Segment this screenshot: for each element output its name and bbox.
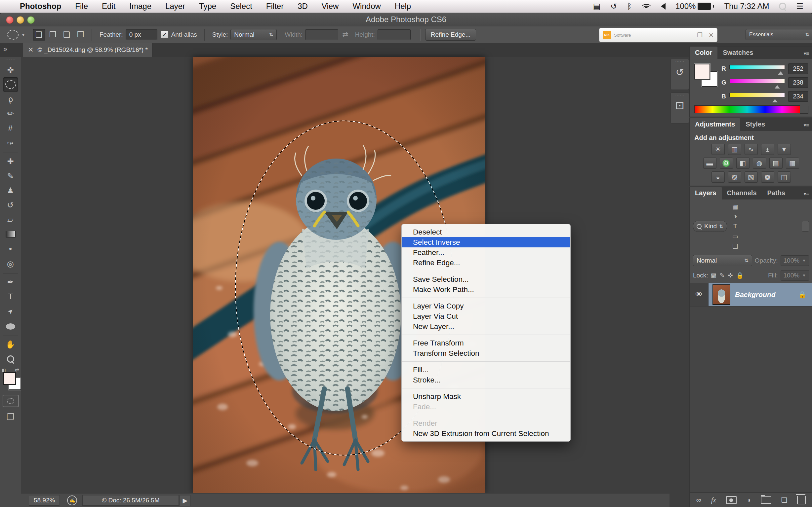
menu-file[interactable]: File (75, 2, 88, 11)
menu-item-save-selection[interactable]: Save Selection... (402, 274, 570, 284)
menu-item-new-3d-extrusion[interactable]: New 3D Extrusion from Current Selection (402, 429, 570, 439)
filter-type-layers-icon[interactable]: T (730, 221, 741, 231)
adj-color-balance-icon[interactable]: ♎ (720, 158, 733, 169)
new-selection-button[interactable]: ❏ (33, 29, 45, 41)
window-minimize-button[interactable] (16, 16, 24, 24)
adj-hue-saturation-icon[interactable]: ▬ (703, 158, 716, 169)
tab-paths[interactable]: Paths (762, 187, 791, 200)
panel-grip[interactable]: ⋯⋯ (5, 57, 16, 61)
adj-threshold-icon[interactable]: ▧ (745, 171, 758, 183)
menu-photoshop[interactable]: Photoshop (20, 2, 61, 11)
adj-selective-color-icon[interactable]: ◫ (778, 171, 791, 183)
add-to-selection-button[interactable]: ❐ (47, 29, 59, 41)
layer-filter-kind-dropdown[interactable]: Kind ⇅ (693, 221, 727, 232)
blur-tool[interactable]: ● (3, 241, 18, 256)
menu-item-render[interactable]: Render (402, 418, 570, 429)
zoom-tool[interactable] (3, 352, 18, 366)
adj-color-lookup-icon[interactable]: ▦ (786, 158, 799, 169)
tab-styles[interactable]: Styles (740, 118, 770, 131)
menu-window[interactable]: Window (352, 2, 380, 11)
document-tab[interactable]: ✕ © _D615024.dng @ 58.9% (RGB/16*) * (23, 43, 153, 57)
menu-layer[interactable]: Layer (165, 2, 185, 11)
menu-item-select-inverse[interactable]: Select Inverse (402, 237, 570, 247)
menu-filter[interactable]: Filter (266, 2, 284, 11)
eyedropper-tool[interactable]: ✑ (3, 135, 18, 153)
adj-gradient-map-icon[interactable]: ▩ (761, 171, 774, 183)
tab-color[interactable]: Color (690, 47, 717, 59)
refine-edge-button[interactable]: Refine Edge... (425, 29, 476, 41)
brush-tool[interactable]: ✎ (3, 169, 18, 183)
red-slider[interactable] (729, 65, 785, 69)
default-colors-icon[interactable]: ◧ (2, 368, 6, 373)
properties-3d-panel-button[interactable]: ⋯⋯ ⚀ (670, 93, 689, 123)
menu-item-layer-via-copy[interactable]: Layer Via Copy (402, 301, 570, 311)
tab-close-icon[interactable]: ✕ (28, 46, 34, 54)
fill-input[interactable]: 100% ▼ (780, 270, 809, 281)
menubar-clock[interactable]: Thu 7:32 AM (724, 2, 769, 11)
layer-thumbnail[interactable] (712, 284, 730, 305)
subtract-from-selection-button[interactable]: ❑ (60, 29, 73, 41)
red-value-input[interactable]: 252 (788, 63, 808, 74)
zoom-level-field[interactable]: 58.92% (29, 495, 60, 506)
new-adjustment-layer-icon[interactable]: ◑ (747, 496, 751, 504)
status-expand-arrow[interactable]: ▶ (180, 495, 191, 506)
filter-smart-objects-icon[interactable]: ❏ (730, 241, 741, 251)
menu-item-fill[interactable]: Fill... (402, 364, 570, 375)
type-tool[interactable]: T (3, 289, 18, 304)
eraser-tool[interactable]: ▱ (3, 212, 18, 227)
menu-item-layer-via-cut[interactable]: Layer Via Cut (402, 311, 570, 321)
menu-item-feather[interactable]: Feather... (402, 247, 570, 258)
spot-healing-brush-tool[interactable]: ✚ (3, 154, 18, 169)
menu-item-refine-edge[interactable]: Refine Edge... (402, 258, 570, 271)
adj-photo-filter-icon[interactable]: ◍ (753, 158, 766, 169)
adj-black-white-icon[interactable]: ◧ (736, 158, 750, 169)
menu-select[interactable]: Select (230, 2, 252, 11)
opacity-input[interactable]: 100% ▼ (780, 255, 809, 266)
history-panel-button[interactable]: ⋯⋯ ↺ (670, 59, 689, 90)
menu-view[interactable]: View (322, 2, 339, 11)
left-dock-expand-icon[interactable]: » (3, 45, 7, 54)
panel-menu-icon[interactable]: ▾≡ (804, 51, 809, 56)
lasso-tool[interactable]: ρ (3, 92, 18, 106)
layer-styles-fx-icon[interactable]: fx (711, 496, 716, 504)
adj-brightness-contrast-icon[interactable]: ☀ (711, 144, 725, 155)
menu-item-stroke[interactable]: Stroke... (402, 375, 570, 388)
link-layers-icon[interactable]: ∞ (696, 496, 701, 504)
menu-item-deselect[interactable]: Deselect (402, 227, 570, 237)
quick-selection-tool[interactable]: ✏ (3, 106, 18, 121)
battery-indicator[interactable]: 100% (675, 2, 714, 11)
crop-tool[interactable]: # (3, 121, 18, 135)
feather-input[interactable]: 0 px (125, 30, 157, 40)
spotlight-icon[interactable] (779, 3, 786, 10)
adj-posterize-icon[interactable]: ▨ (728, 171, 741, 183)
ellipse-shape-tool[interactable] (3, 319, 18, 336)
workspace-dropdown[interactable]: Essentials ⇅ (746, 29, 812, 40)
new-layer-icon[interactable]: ❏ (781, 496, 788, 504)
nik-close-button[interactable]: ✕ (709, 32, 714, 39)
move-tool[interactable]: ✜ (3, 63, 18, 77)
green-slider[interactable] (730, 79, 785, 83)
foreground-color-swatch[interactable] (3, 372, 16, 385)
anti-alias-label[interactable]: Anti-alias (171, 31, 197, 38)
menu-item-transform-selection[interactable]: Transform Selection (402, 348, 570, 362)
menu-type[interactable]: Type (199, 2, 216, 11)
green-value-input[interactable]: 238 (788, 77, 808, 88)
intersect-selection-button[interactable]: ❒ (74, 29, 87, 41)
menu-help[interactable]: Help (395, 2, 411, 11)
tab-adjustments[interactable]: Adjustments (690, 118, 740, 131)
blend-mode-dropdown[interactable]: Normal ⇅ (693, 255, 752, 266)
filter-pixel-layers-icon[interactable]: ▦ (730, 202, 741, 211)
pen-tool[interactable]: ✒ (3, 275, 18, 289)
layer-name[interactable]: Background (735, 291, 794, 298)
hand-tool[interactable]: ✋ (3, 337, 18, 352)
menu-item-make-work-path[interactable]: Make Work Path... (402, 284, 570, 298)
adj-channel-mixer-icon[interactable]: ▤ (769, 158, 782, 169)
adj-invert-icon[interactable]: ◒ (711, 171, 725, 183)
wifi-icon[interactable] (642, 3, 651, 10)
new-group-icon[interactable] (761, 496, 771, 504)
lock-pixels-icon[interactable]: ✎ (719, 272, 724, 279)
menu-item-fade[interactable]: Fade... (402, 402, 570, 415)
clone-stamp-tool[interactable]: ♟ (3, 183, 18, 198)
filter-shape-layers-icon[interactable]: ▭ (730, 231, 741, 241)
menu-item-unsharp-mask[interactable]: Unsharp Mask (402, 391, 570, 402)
